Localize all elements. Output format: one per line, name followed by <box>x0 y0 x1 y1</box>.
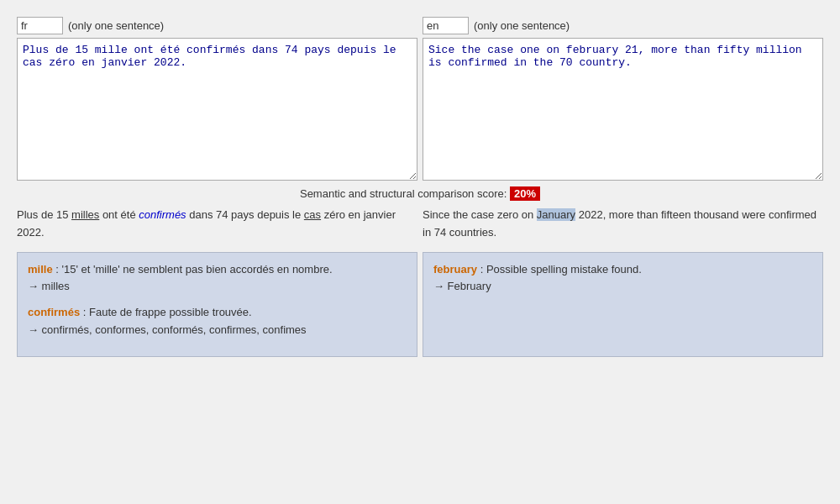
left-corrected-panel: Plus de 15 milles ont été confirmés dans… <box>17 207 417 242</box>
right-lang-hint: (only one sentence) <box>474 19 570 32</box>
left-input-panel: (only one sentence) Plus de 15 mille ont… <box>17 17 417 181</box>
input-row: (only one sentence) Plus de 15 mille ont… <box>17 17 823 181</box>
corrected-row: Plus de 15 milles ont été confirmés dans… <box>17 207 823 242</box>
score-line: Semantic and structural comparison score… <box>17 187 823 200</box>
right-error-panel: february : Possible spelling mistake fou… <box>423 252 823 357</box>
right-text-area[interactable]: Sice the case one on february 21, more t… <box>423 38 823 181</box>
text-segment-italic: confirmés <box>139 208 186 221</box>
score-label: Semantic and structural comparison score… <box>300 187 507 200</box>
left-error-1-suggestion: → milles <box>28 278 407 296</box>
left-error-1: mille : '15' et 'mille' ne semblent pas … <box>28 261 407 297</box>
left-error-panel: mille : '15' et 'mille' ne semblent pas … <box>17 252 417 357</box>
right-error-1-text: : Possible spelling mistake found. <box>480 263 642 276</box>
left-error-2-text: : Faute de frappe possible trouvée. <box>83 306 252 318</box>
right-error-1: february : Possible spelling mistake fou… <box>433 261 812 297</box>
text-segment: Since the case zero on <box>423 208 537 221</box>
left-text-area[interactable]: Plus de 15 mille ont été confirmés dans … <box>17 38 417 181</box>
right-lang-input[interactable] <box>423 17 469 34</box>
left-error-1-text: : '15' et 'mille' ne semblent pas bien a… <box>55 263 332 276</box>
left-error-2-word: confirmés <box>28 306 80 318</box>
text-segment: ont été <box>99 208 139 221</box>
right-corrected-panel: Since the case zero on January 2022, mor… <box>423 207 823 242</box>
left-error-2: confirmés : Faute de frappe possible tro… <box>28 304 407 339</box>
left-corrected-text: Plus de 15 milles ont été confirmés dans… <box>17 207 417 242</box>
left-lang-header: (only one sentence) <box>17 17 417 34</box>
right-error-1-word: february <box>433 263 477 276</box>
right-input-panel: (only one sentence) Sice the case one on… <box>423 17 823 181</box>
right-error-1-suggestion: → February <box>433 278 812 296</box>
main-container: (only one sentence) Plus de 15 mille ont… <box>17 17 823 357</box>
text-segment-underline2: cas <box>304 208 321 221</box>
left-lang-input[interactable] <box>17 17 63 34</box>
left-lang-hint: (only one sentence) <box>68 19 164 32</box>
text-segment: dans 74 pays depuis le <box>186 208 304 221</box>
errors-row: mille : '15' et 'mille' ne semblent pas … <box>17 252 823 357</box>
left-error-2-desc: confirmés : Faute de frappe possible tro… <box>28 304 407 322</box>
left-error-1-word: mille <box>28 263 53 276</box>
text-segment-highlight: January <box>537 208 575 221</box>
left-error-2-suggestion: → confirmés, conformes, conformés, confi… <box>28 322 407 339</box>
text-segment: Plus de 15 <box>17 208 71 221</box>
right-corrected-text: Since the case zero on January 2022, mor… <box>423 207 823 242</box>
text-segment-underline: milles <box>71 208 99 221</box>
right-error-1-desc: february : Possible spelling mistake fou… <box>433 261 812 279</box>
right-lang-header: (only one sentence) <box>423 17 823 34</box>
score-badge: 20% <box>510 186 540 201</box>
left-error-1-desc: mille : '15' et 'mille' ne semblent pas … <box>28 261 407 279</box>
